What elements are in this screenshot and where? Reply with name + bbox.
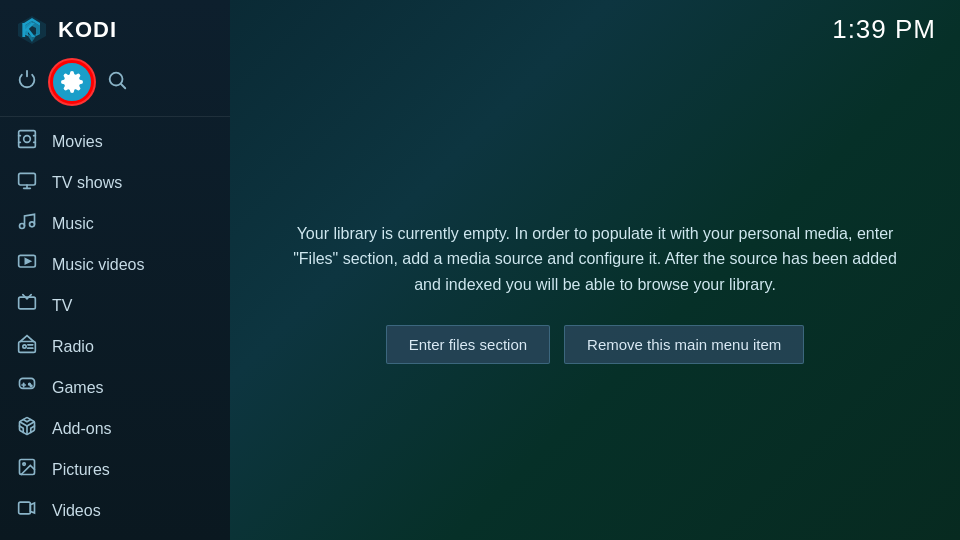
tv-shows-icon: [16, 170, 38, 195]
sidebar-divider: [0, 116, 230, 117]
sidebar-item-add-ons-label: Add-ons: [52, 420, 112, 438]
svg-point-19: [30, 222, 35, 227]
main-content: 1:39 PM Your library is currently empty.…: [230, 0, 960, 540]
sidebar-item-videos-label: Videos: [52, 502, 101, 520]
svg-point-30: [30, 385, 32, 387]
svg-point-18: [20, 224, 25, 229]
enter-files-button[interactable]: Enter files section: [386, 325, 550, 364]
sidebar-item-tv[interactable]: TV: [0, 285, 230, 326]
svg-point-7: [110, 73, 123, 86]
library-message: Your library is currently empty. In orde…: [290, 221, 900, 298]
sidebar: K KODI: [0, 0, 230, 540]
sidebar-item-pictures[interactable]: Pictures: [0, 449, 230, 490]
svg-rect-23: [19, 342, 36, 353]
search-button[interactable]: [106, 69, 128, 95]
svg-marker-21: [25, 259, 30, 264]
sidebar-item-radio[interactable]: Radio: [0, 326, 230, 367]
svg-rect-15: [19, 173, 36, 185]
sidebar-item-add-ons[interactable]: Add-ons: [0, 408, 230, 449]
sidebar-item-pictures-label: Pictures: [52, 461, 110, 479]
sidebar-item-videos[interactable]: Videos: [0, 490, 230, 531]
music-icon: [16, 211, 38, 236]
content-area: Your library is currently empty. In orde…: [230, 45, 960, 540]
action-buttons: Enter files section Remove this main men…: [386, 325, 805, 364]
sidebar-item-tv-label: TV: [52, 297, 72, 315]
sidebar-item-music-label: Music: [52, 215, 94, 233]
gear-icon: [60, 70, 84, 94]
search-icon: [106, 69, 128, 91]
svg-line-8: [121, 84, 125, 88]
svg-rect-34: [19, 502, 31, 514]
radio-icon: [16, 334, 38, 359]
sidebar-item-movies-label: Movies: [52, 133, 103, 151]
addons-icon: [16, 416, 38, 441]
sidebar-icons-row: [0, 56, 230, 116]
sidebar-item-tv-shows[interactable]: TV shows: [0, 162, 230, 203]
pictures-icon: [16, 457, 38, 482]
sidebar-item-music[interactable]: Music: [0, 203, 230, 244]
sidebar-item-games[interactable]: Games: [0, 367, 230, 408]
movies-icon: [16, 129, 38, 154]
videos-icon: [16, 498, 38, 523]
remove-menu-item-button[interactable]: Remove this main menu item: [564, 325, 804, 364]
svg-point-24: [23, 345, 26, 348]
nav-list: Movies TV shows: [0, 121, 230, 531]
top-bar: 1:39 PM: [230, 0, 960, 45]
svg-rect-9: [19, 131, 36, 148]
time-display: 1:39 PM: [832, 14, 936, 45]
music-videos-icon: [16, 252, 38, 277]
sidebar-item-tv-shows-label: TV shows: [52, 174, 122, 192]
tv-icon: [16, 293, 38, 318]
power-button[interactable]: [16, 69, 38, 95]
sidebar-item-movies[interactable]: Movies: [0, 121, 230, 162]
app-container: K KODI: [0, 0, 960, 540]
svg-point-33: [23, 463, 25, 466]
sidebar-item-music-videos[interactable]: Music videos: [0, 244, 230, 285]
sidebar-item-music-videos-label: Music videos: [52, 256, 144, 274]
sidebar-item-radio-label: Radio: [52, 338, 94, 356]
sidebar-item-games-label: Games: [52, 379, 104, 397]
settings-button[interactable]: [50, 60, 94, 104]
games-icon: [16, 375, 38, 400]
svg-text:K: K: [21, 19, 36, 41]
app-title: KODI: [58, 17, 117, 43]
kodi-logo-icon: K: [16, 14, 48, 46]
svg-point-10: [24, 136, 31, 143]
sidebar-header: K KODI: [0, 0, 230, 56]
